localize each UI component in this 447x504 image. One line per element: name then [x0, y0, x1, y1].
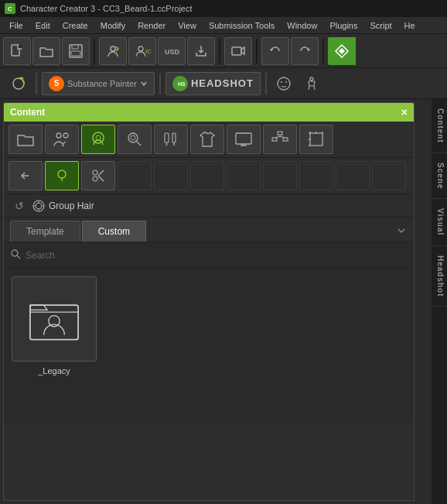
svg-point-6: [138, 46, 143, 51]
svg-rect-27: [172, 133, 176, 142]
render-mode-button[interactable]: [328, 37, 356, 65]
app-icon: C: [5, 3, 15, 14]
arrow-back-icon-btn[interactable]: [9, 161, 43, 190]
tab-template[interactable]: Template: [10, 221, 80, 242]
title-text: Character Creator 3 - CC3_Beard-1.ccProj…: [20, 4, 193, 13]
artboard-icon-btn[interactable]: [299, 125, 333, 154]
asset-legacy-thumb: [12, 276, 97, 362]
sub-sep-1: [36, 73, 37, 94]
menu-create[interactable]: Create: [56, 19, 94, 32]
svg-point-16: [281, 81, 282, 83]
empty-slot-10: [336, 161, 370, 190]
main-area: Content ×: [0, 99, 447, 504]
breadcrumb-path: Group Hair: [49, 201, 94, 211]
body-icon-button[interactable]: [299, 71, 324, 96]
sub-toolbar: S Substance Painter HS heAdshOT: [0, 68, 447, 99]
makeup-brush-icon-btn[interactable]: [154, 125, 188, 154]
menu-script[interactable]: Script: [363, 19, 398, 32]
toolbar-sep-4: [322, 39, 324, 63]
breadcrumb-back-button[interactable]: ↺: [10, 197, 29, 215]
empty-slot-5: [154, 161, 188, 190]
svg-line-52: [17, 255, 20, 259]
view-cam-button[interactable]: [224, 37, 252, 65]
export-button[interactable]: [187, 37, 215, 65]
svg-point-51: [12, 250, 18, 256]
group-icon: [32, 199, 46, 213]
svg-point-23: [128, 133, 138, 142]
tab-chevron-button[interactable]: [395, 225, 408, 242]
svg-text:USD: USD: [165, 48, 180, 56]
content-area: _Legacy: [4, 269, 414, 423]
tab-custom[interactable]: Custom: [82, 221, 146, 242]
sidebar-tab-headshot[interactable]: Headshot: [432, 246, 447, 307]
tab-row: Template Custom: [4, 218, 414, 242]
import-char-button[interactable]: [99, 37, 127, 65]
new-button[interactable]: [3, 37, 31, 65]
shirt-icon-btn[interactable]: [190, 125, 224, 154]
main-toolbar: IC USD: [0, 34, 447, 68]
ic-button[interactable]: IC: [128, 37, 156, 65]
scissors-icon-btn[interactable]: [81, 161, 115, 190]
substance-painter-button[interactable]: S Substance Painter: [42, 72, 155, 95]
menu-window[interactable]: Window: [281, 19, 323, 32]
folder-icon-btn[interactable]: [9, 125, 43, 154]
svg-rect-33: [272, 138, 277, 141]
headshot-button[interactable]: HS heAdshOT: [165, 72, 261, 95]
app-wrapper: C Character Creator 3 - CC3_Beard-1.ccPr…: [0, 0, 447, 504]
empty-slot-8: [263, 161, 297, 190]
search-icon: [10, 249, 21, 262]
sphere-brush-icon-btn[interactable]: [118, 125, 152, 154]
svg-point-48: [93, 177, 97, 181]
title-bar: C Character Creator 3 - CC3_Beard-1.ccPr…: [0, 0, 447, 17]
right-sidebar-tabs: Content Scene Visual Headshot: [432, 99, 447, 504]
svg-point-18: [310, 77, 313, 81]
sidebar-tab-content[interactable]: Content: [432, 99, 447, 153]
monitor-icon-btn[interactable]: [227, 125, 261, 154]
svg-point-17: [285, 81, 287, 83]
substance-label: Substance Painter: [67, 79, 137, 88]
open-button[interactable]: [32, 37, 60, 65]
substance-logo: S: [49, 76, 64, 91]
content-header: Content ×: [4, 103, 414, 122]
svg-rect-3: [72, 45, 78, 49]
head-selected-icon-btn[interactable]: [81, 125, 115, 154]
svg-rect-32: [278, 132, 282, 135]
close-button[interactable]: ×: [401, 106, 408, 118]
toolbar-sep-3: [256, 39, 258, 63]
empty-slot-9: [299, 161, 333, 190]
empty-slot-4: [118, 161, 152, 190]
search-input[interactable]: [26, 250, 408, 261]
sidebar-tab-visual[interactable]: Visual: [432, 199, 447, 245]
menu-view[interactable]: View: [172, 19, 203, 32]
icon-row-2: [4, 158, 414, 194]
svg-point-5: [111, 46, 115, 51]
menu-edit[interactable]: Edit: [29, 19, 56, 32]
pointer-selected-icon-btn[interactable]: [45, 161, 79, 190]
rotate-right-button[interactable]: [291, 37, 319, 65]
menu-submission-tools[interactable]: Submission Tools: [203, 19, 281, 32]
svg-point-20: [63, 133, 68, 138]
menu-plugins[interactable]: Plugins: [323, 19, 363, 32]
empty-slot-7: [227, 161, 261, 190]
asset-legacy[interactable]: _Legacy: [12, 276, 97, 375]
persons-icon-btn[interactable]: [45, 125, 79, 154]
sidebar-tab-scene[interactable]: Scene: [432, 153, 447, 199]
svg-point-45: [58, 170, 66, 178]
sub-sep-3: [265, 73, 267, 94]
save-button[interactable]: [62, 37, 90, 65]
hierarchy-icon-btn[interactable]: [263, 125, 297, 154]
circle-arrow-button[interactable]: [6, 71, 31, 96]
menu-render[interactable]: Render: [131, 19, 172, 32]
search-bar: [4, 242, 414, 269]
face-icon-button[interactable]: [271, 71, 296, 96]
usd-button[interactable]: USD: [158, 37, 186, 65]
headshot-label: heAdshOT: [191, 77, 254, 89]
menu-he[interactable]: He: [398, 19, 421, 32]
svg-point-47: [93, 170, 97, 175]
menu-modify[interactable]: Modify: [94, 19, 131, 32]
menu-file[interactable]: File: [3, 19, 29, 32]
rotate-left-button[interactable]: [261, 37, 289, 65]
content-wrapper: Content ×: [0, 99, 432, 504]
empty-slot-11: [372, 161, 406, 190]
svg-rect-25: [165, 133, 169, 142]
